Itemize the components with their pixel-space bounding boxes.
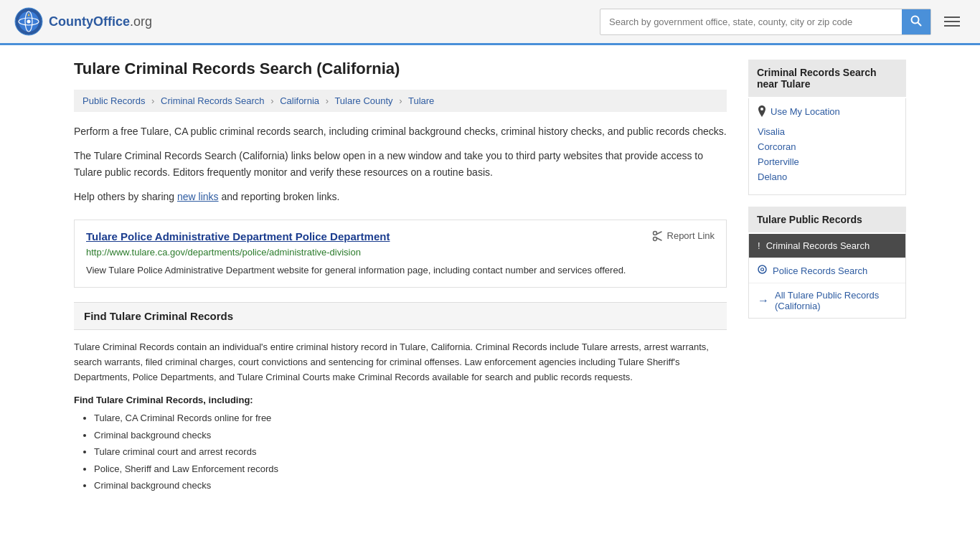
new-links-link[interactable]: new links xyxy=(177,191,219,202)
logo[interactable]: CountyOffice.org xyxy=(14,7,152,36)
sidebar-all-records-link[interactable]: → All Tulare Public Records (California) xyxy=(749,283,905,318)
sidebar-nearby-visalia[interactable]: Visalia xyxy=(758,124,897,139)
page-title: Tulare Criminal Records Search (Californ… xyxy=(74,60,727,78)
breadcrumb-california[interactable]: California xyxy=(280,95,319,106)
criminal-records-icon: ! xyxy=(758,240,760,251)
svg-point-14 xyxy=(761,268,764,271)
menu-line-3 xyxy=(944,25,960,27)
resource-title-link[interactable]: Tulare Police Administrative Department … xyxy=(86,230,390,242)
report-icon xyxy=(652,230,664,242)
search-input[interactable] xyxy=(600,11,902,32)
resource-card: Tulare Police Administrative Department … xyxy=(74,220,727,288)
find-records-heading: Find Tulare Criminal Records xyxy=(84,310,717,322)
svg-point-4 xyxy=(27,20,31,24)
sidebar-location-section: Use My Location Visalia Corcoran Porterv… xyxy=(748,98,906,195)
arrow-icon: → xyxy=(758,294,769,307)
menu-line-1 xyxy=(944,17,960,18)
sidebar-criminal-records-label: Criminal Records Search xyxy=(766,240,870,251)
sidebar-public-records-title: Tulare Public Records xyxy=(748,207,906,232)
svg-point-13 xyxy=(758,265,766,273)
sidebar-records-list: ! Criminal Records Search Police Records… xyxy=(748,234,906,319)
sidebar-police-records-label: Police Records Search xyxy=(773,265,867,276)
intro3-pre: Help others by sharing xyxy=(74,191,177,202)
find-records-body: Tulare Criminal Records contain an indiv… xyxy=(74,340,727,385)
resource-description: View Tulare Police Administrative Depart… xyxy=(86,263,715,278)
sidebar-nearby-corcoran[interactable]: Corcoran xyxy=(758,139,897,154)
breadcrumb: Public Records › Criminal Records Search… xyxy=(74,90,727,112)
sidebar-nearby-delano[interactable]: Delano xyxy=(758,169,897,184)
sidebar: Criminal Records Search near Tulare Use … xyxy=(748,60,906,496)
breadcrumb-public-records[interactable]: Public Records xyxy=(83,95,145,106)
resource-url[interactable]: http://www.tulare.ca.gov/departments/pol… xyxy=(86,247,715,258)
svg-line-7 xyxy=(918,22,921,25)
list-item: Police, Sheriff and Law Enforcement reco… xyxy=(94,462,727,476)
use-my-location-label: Use My Location xyxy=(771,106,840,117)
intro-paragraph-2: The Tulare Criminal Records Search (Cali… xyxy=(74,148,727,180)
menu-line-2 xyxy=(944,21,960,22)
intro-paragraph-1: Perform a free Tulare, CA public crimina… xyxy=(74,123,727,139)
logo-icon xyxy=(14,7,43,36)
breadcrumb-tulare[interactable]: Tulare xyxy=(408,95,434,106)
menu-button[interactable] xyxy=(938,13,966,30)
breadcrumb-tulare-county[interactable]: Tulare County xyxy=(334,95,392,106)
sidebar-nearby-title: Criminal Records Search near Tulare xyxy=(748,60,906,97)
list-item: Criminal background checks xyxy=(94,479,727,493)
all-records-label: All Tulare Public Records (California) xyxy=(775,290,897,311)
breadcrumb-criminal-records-search[interactable]: Criminal Records Search xyxy=(161,95,265,106)
location-pin-icon xyxy=(758,105,766,117)
list-item: Tulare, CA Criminal Records online for f… xyxy=(94,411,727,425)
find-records-list: Tulare, CA Criminal Records online for f… xyxy=(74,411,727,493)
list-item: Criminal background checks xyxy=(94,428,727,443)
search-icon xyxy=(910,15,922,27)
logo-suffix: .org xyxy=(130,14,152,29)
intro-paragraph-3: Help others by sharing new links and rep… xyxy=(74,189,727,204)
report-label: Report Link xyxy=(667,230,715,241)
sidebar-record-police[interactable]: Police Records Search xyxy=(749,258,905,283)
list-item: Tulare criminal court and arrest records xyxy=(94,445,727,459)
logo-name: CountyOffice xyxy=(49,14,130,29)
sidebar-nearby-porterville[interactable]: Porterville xyxy=(758,154,897,169)
search-button[interactable] xyxy=(902,9,930,34)
main-content: Tulare Criminal Records Search (Californ… xyxy=(74,60,727,496)
police-records-icon xyxy=(758,265,767,276)
search-bar xyxy=(600,9,931,35)
police-icon-svg xyxy=(758,265,767,274)
report-link[interactable]: Report Link xyxy=(652,230,715,242)
use-my-location-button[interactable]: Use My Location xyxy=(758,105,897,117)
intro3-post: and reporting broken links. xyxy=(219,191,340,202)
sidebar-record-criminal[interactable]: ! Criminal Records Search xyxy=(749,234,905,258)
find-records-subheading: Find Tulare Criminal Records, including: xyxy=(74,395,727,405)
find-records-section-header: Find Tulare Criminal Records xyxy=(74,302,727,330)
svg-point-12 xyxy=(760,108,763,110)
